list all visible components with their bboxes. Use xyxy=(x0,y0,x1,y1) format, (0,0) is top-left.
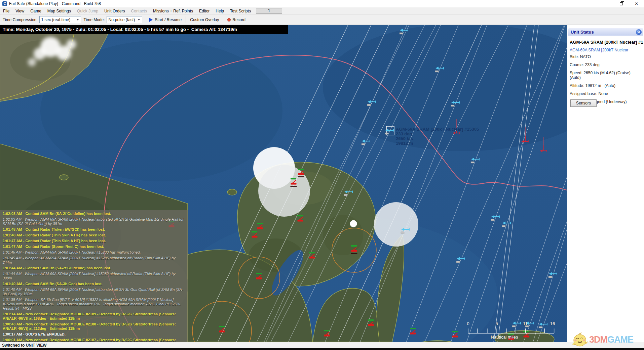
datalink-box xyxy=(451,105,454,106)
menu-bar: FileViewGameMap SettingsQuick JumpUnit O… xyxy=(0,7,644,15)
record-button[interactable]: Record xyxy=(226,16,247,23)
bottom-strip xyxy=(0,348,644,350)
log-message: 1:01:40 AM - Contact SAM Bn (SA-3b Goa) … xyxy=(3,282,185,286)
log-message: 1:01:40 AM - Weapon: AGM-69A SRAM [200kT… xyxy=(3,288,185,296)
menu-item-editor[interactable]: Editor xyxy=(196,8,213,14)
unit-field: Speed: 2650 kts (M 4.62) (Cruise) (Auto) xyxy=(570,71,643,80)
window-title: Fail Safe (Standalone Play) - Command - … xyxy=(9,1,101,6)
message-log[interactable]: 1:02:03 AM - Contact SAM Bn (SA-2f Guide… xyxy=(0,210,188,350)
menu-item-test-scripts[interactable]: Test Scripts xyxy=(227,8,254,14)
sam-launcher-icon xyxy=(256,277,262,279)
collapse-button[interactable] xyxy=(636,29,642,35)
watermark: 3DMGAME xyxy=(572,329,644,348)
datalink-box xyxy=(362,143,365,145)
island-small xyxy=(227,189,237,195)
datalink-box xyxy=(400,33,403,34)
log-message: 1:01:45 AM - Weapon: AGM-69A SRAM [200kT… xyxy=(3,256,185,265)
time-mode-label: Time Mode: xyxy=(84,17,105,22)
datalink-box xyxy=(385,133,388,134)
minimize-button[interactable] xyxy=(599,0,614,7)
custom-overlay-button[interactable]: Custom Overlay xyxy=(189,16,220,23)
test-scripts-count[interactable]: 1 xyxy=(256,8,282,14)
time-compression-label: Time Compression: xyxy=(3,17,38,22)
datalink-box xyxy=(512,325,516,327)
map[interactable]: AGM-69A SRAM [200kT Nuclear] #15305233 d… xyxy=(0,25,567,342)
chevron-up-icon xyxy=(637,30,641,34)
health-bar xyxy=(410,328,416,329)
scale-label: 0 xyxy=(467,321,469,326)
datalink-box xyxy=(456,261,460,263)
scale-unit-label: Nautical miles xyxy=(491,335,518,340)
toolbar-separator xyxy=(145,16,145,23)
menu-item-map-settings[interactable]: Map Settings xyxy=(44,8,74,14)
log-message: 1:01:44 AM - Contact SAM Bn (SA-2f Guide… xyxy=(3,266,185,270)
datalink-box xyxy=(502,225,505,227)
toolbar-separator xyxy=(186,16,186,23)
time-status-bar: Time: Monday, October 20, 1975 - Zulu: 0… xyxy=(0,25,288,34)
scale-label: 16 xyxy=(550,321,555,326)
selected-unit-label: AGM-69A SRAM [200kT Nuclear] #15305 xyxy=(396,127,479,132)
menu-item-unit-orders[interactable]: Unit Orders xyxy=(101,8,128,14)
health-bar xyxy=(291,178,296,179)
selected-unit-label: 233 deg xyxy=(396,131,412,136)
unit-field: Altitude: 19812 m (Auto) xyxy=(570,83,643,88)
datalink-box xyxy=(435,71,439,72)
unit-status-panel: Unit Status AGM-69A SRAM [200kT Nuclear]… xyxy=(567,25,644,342)
log-message: 1:00:17 AM - GOD'S EYE ENABLED. xyxy=(3,332,185,337)
log-message: 1:01:48 AM - Contact Radar (Token EW/GCI… xyxy=(3,227,185,232)
health-bar xyxy=(368,319,374,321)
selected-unit-label: 19812 m xyxy=(396,141,413,146)
unit-field: Assigned base: None xyxy=(570,91,643,96)
detonation-dot xyxy=(350,220,357,227)
close-button[interactable]: ✕ xyxy=(629,0,644,7)
sam-launcher-icon xyxy=(298,220,303,222)
health-bar xyxy=(324,330,330,331)
menu-item-game[interactable]: Game xyxy=(27,8,44,14)
log-message: 1:01:47 AM - Contact Radar (Thin Skin A … xyxy=(3,239,185,243)
menu-item-file[interactable]: File xyxy=(0,8,12,14)
sensors-button[interactable]: Sensors xyxy=(570,99,597,107)
health-bar xyxy=(257,223,263,224)
start-resume-button[interactable]: Start / Resume xyxy=(148,16,183,23)
menu-item-quick-jump: Quick Jump xyxy=(74,8,101,14)
log-message: 1:01:47 AM - Contact Radar (Spoon Rest C… xyxy=(3,245,185,249)
sam-launcher-icon xyxy=(324,335,330,337)
time-mode-select[interactable]: No-pulse (fast) xyxy=(107,16,143,23)
log-message: 1:01:14 AM - New contact! Designated MOB… xyxy=(3,312,185,321)
datalink-box xyxy=(471,162,474,163)
unit-db-link[interactable]: AGM-69A SRAM [200kT Nuclear xyxy=(570,48,643,52)
health-bar xyxy=(351,245,357,247)
unit-status-title: Unit Status xyxy=(571,30,594,35)
time-compression-select[interactable]: 1 sec (real-time) xyxy=(39,16,81,23)
log-message: 1:01:38 AM - Weapon: SA-3b Goa [5V27, V-… xyxy=(3,298,185,311)
sam-launcher-icon xyxy=(410,333,416,335)
sam-launcher-icon xyxy=(298,173,304,175)
sam-launcher-icon xyxy=(219,331,225,333)
restore-button[interactable] xyxy=(614,0,629,7)
log-message: 1:01:46 AM - Weapon: AGM-69A SRAM [200kT… xyxy=(3,250,185,255)
selected-unit-label: 2650 kts xyxy=(396,136,413,141)
sam-launcher-icon xyxy=(309,257,315,259)
damage-bar xyxy=(351,253,357,254)
menu-item-missions-ref-points[interactable]: Missions + Ref. Points xyxy=(150,8,196,14)
status-bar: Switched to UNIT VIEW xyxy=(0,342,644,348)
log-message: 1:02:03 AM - Weapon: AGM-69A SRAM [200kT… xyxy=(3,217,185,226)
sam-launcher-icon xyxy=(368,324,374,326)
app-window: C Fail Safe (Standalone Play) - Command … xyxy=(0,0,644,350)
log-message: 1:01:48 AM - Contact Radar (Thin Skin A … xyxy=(3,233,185,237)
menu-item-view[interactable]: View xyxy=(12,8,27,14)
health-bar xyxy=(452,331,458,332)
sam-launcher-icon xyxy=(452,336,458,338)
chevron-down-icon xyxy=(138,19,140,20)
health-bar xyxy=(298,169,304,170)
sam-launcher-icon xyxy=(524,336,529,338)
blast-circle xyxy=(374,202,418,247)
damage-bar xyxy=(291,186,297,187)
datalink-box xyxy=(491,219,494,221)
health-bar xyxy=(309,252,315,253)
toolbar-separator xyxy=(223,16,223,23)
chevron-down-icon xyxy=(76,19,79,20)
menu-item-help[interactable]: Help xyxy=(213,8,227,14)
damage-bar xyxy=(298,176,304,177)
datalink-box xyxy=(367,104,371,106)
